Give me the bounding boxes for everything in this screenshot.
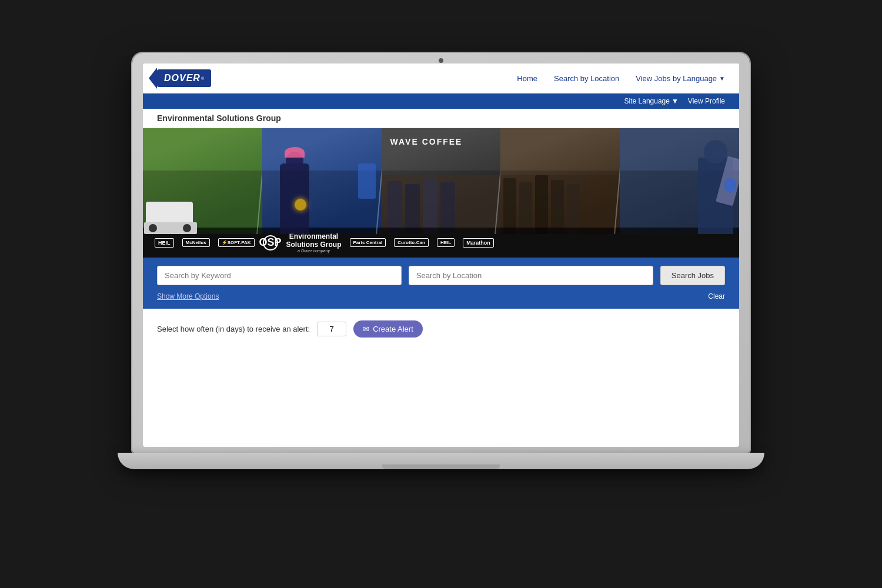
alert-label: Select how often (in days) to receive an… — [157, 325, 310, 333]
brand-softpak: ⚡SOFT-PAK — [218, 238, 255, 247]
nav-home[interactable]: Home — [517, 74, 537, 83]
top-navigation: DOVER ® Home Search by Location View Job… — [143, 64, 739, 93]
hero-collage: WAVE COFFEE — [143, 128, 739, 234]
hero-photo-1 — [143, 128, 262, 234]
alert-days-input[interactable] — [317, 322, 346, 336]
camera-dot — [439, 58, 443, 63]
hero-photo-3: WAVE COFFEE — [382, 128, 501, 234]
screen-content: DOVER ® Home Search by Location View Job… — [143, 64, 739, 447]
logo-reg: ® — [201, 76, 204, 81]
create-alert-icon: ✉ — [363, 325, 369, 333]
hero-divider-4 — [614, 128, 620, 234]
brand-mcneilus: McNeilus — [182, 238, 210, 247]
laptop-screen: DOVER ® Home Search by Location View Job… — [132, 53, 750, 453]
alert-section: Select how often (in days) to receive an… — [143, 309, 739, 349]
keyword-search-input[interactable] — [157, 266, 402, 285]
brand-marathon: Marathon — [463, 238, 494, 248]
create-alert-label: Create Alert — [373, 325, 413, 333]
hero-logos-bar: HEIL McNeilus ⚡SOFT-PAK OSP Environmenta… — [143, 228, 739, 258]
nav-search-location[interactable]: Search by Location — [554, 74, 619, 83]
logo-arrow — [149, 68, 157, 89]
dropdown-arrow-icon: ▼ — [719, 75, 725, 82]
laptop-wrapper: DOVER ® Home Search by Location View Job… — [118, 53, 764, 535]
nav-links: Home Search by Location View Jobs by Lan… — [517, 74, 725, 83]
hero-photo-5 — [620, 128, 739, 234]
laptop-base — [118, 453, 764, 469]
view-profile-link[interactable]: View Profile — [688, 97, 725, 105]
search-section: Search Jobs Show More Options Clear — [143, 258, 739, 309]
hero-divider-3 — [495, 128, 501, 234]
hero-photo-4 — [500, 128, 620, 234]
search-row: Search Jobs — [157, 266, 725, 285]
brand-esg: Environmental Solutions Group a Dover co… — [286, 232, 342, 253]
dover-logo[interactable]: DOVER ® — [157, 69, 211, 87]
clear-link[interactable]: Clear — [708, 292, 725, 300]
brand-heil: HEIL — [155, 238, 174, 248]
location-search-input[interactable] — [409, 266, 653, 285]
hero-divider-1 — [256, 128, 262, 234]
show-more-options-link[interactable]: Show More Options — [157, 292, 219, 300]
hero-banner: WAVE COFFEE — [143, 128, 739, 258]
company-name: Environmental Solutions Group — [157, 113, 281, 123]
nav-view-jobs-language[interactable]: View Jobs by Language ▼ — [636, 74, 725, 83]
search-jobs-button[interactable]: Search Jobs — [660, 266, 725, 285]
site-language-arrow-icon: ▼ — [671, 97, 679, 105]
logo-area: DOVER ® — [157, 69, 211, 87]
logo-text: DOVER — [164, 73, 201, 83]
hero-divider-2 — [376, 128, 382, 234]
create-alert-button[interactable]: ✉ Create Alert — [353, 320, 423, 338]
company-header: Environmental Solutions Group — [143, 109, 739, 128]
brand-curotto: Curotto-Can — [394, 238, 429, 247]
site-language-selector[interactable]: Site Language ▼ — [624, 97, 679, 105]
brand-osp-circle: OSP — [263, 235, 278, 250]
search-below-row: Show More Options Clear — [157, 292, 725, 300]
hero-photo-2 — [262, 128, 382, 234]
blue-bar: Site Language ▼ View Profile — [143, 93, 739, 109]
site-wrapper: DOVER ® Home Search by Location View Job… — [143, 64, 739, 447]
brand-heil2: HEIL — [437, 238, 455, 247]
brand-partscentral: Parts Central — [350, 238, 386, 247]
